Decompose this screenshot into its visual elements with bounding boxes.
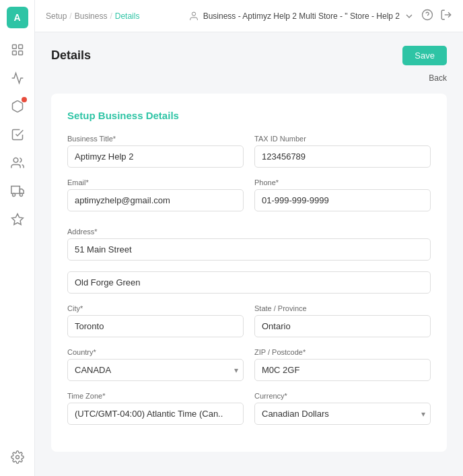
content-area: Details Save Back Setup Business Details… <box>35 32 463 476</box>
sidebar-bottom <box>5 445 30 469</box>
phone-group: Phone* <box>254 178 431 211</box>
sidebar-item-analytics[interactable] <box>5 66 30 90</box>
svg-point-7 <box>20 193 22 196</box>
app-logo[interactable]: A <box>7 7 28 28</box>
currency-label: Currency* <box>254 392 431 400</box>
address-line2-input[interactable] <box>67 271 431 294</box>
svg-rect-1 <box>18 45 22 49</box>
timezone-select-wrapper: (UTC/GMT-04:00) Atlantic Time (Can... (U… <box>67 403 244 425</box>
business-title-group: Business Title* <box>67 135 244 168</box>
page-header: Details Save <box>51 46 447 65</box>
tax-id-input[interactable] <box>254 145 431 168</box>
city-label: City* <box>67 304 244 312</box>
tax-id-group: TAX ID Number <box>254 135 431 168</box>
svg-point-6 <box>12 193 15 196</box>
help-icon[interactable] <box>421 9 433 23</box>
business-title-input[interactable] <box>67 145 244 168</box>
sidebar-item-settings[interactable] <box>5 445 30 469</box>
currency-select[interactable]: Canadian Dollars US Dollars Euro <box>254 403 431 425</box>
form-row-email-phone: Email* Phone* <box>67 178 431 211</box>
sidebar-item-apps[interactable] <box>5 207 30 232</box>
timezone-group: Time Zone* (UTC/GMT-04:00) Atlantic Time… <box>67 392 244 425</box>
phone-label: Phone* <box>254 178 431 186</box>
zip-input[interactable] <box>254 359 431 381</box>
business-title-label: Business Title* <box>67 135 244 143</box>
currency-group: Currency* Canadian Dollars US Dollars Eu… <box>254 392 431 425</box>
svg-point-4 <box>13 158 18 163</box>
svg-rect-3 <box>18 51 22 55</box>
form-row-title-tax: Business Title* TAX ID Number <box>67 135 431 168</box>
tax-id-label: TAX ID Number <box>254 135 431 143</box>
city-group: City* <box>67 304 244 337</box>
page-title: Details <box>51 48 91 63</box>
zip-label: ZIP / Postcode* <box>254 348 431 356</box>
form-section-title: Setup Business Details <box>67 110 431 121</box>
country-label: Country* <box>67 348 244 356</box>
svg-rect-0 <box>12 45 16 49</box>
currency-select-wrapper: Canadian Dollars US Dollars Euro ▾ <box>254 403 431 425</box>
form-section: Setup Business Details Business Title* T… <box>51 94 447 452</box>
breadcrumb-setup[interactable]: Setup <box>46 11 67 21</box>
products-badge <box>22 97 27 102</box>
store-selector-label: Business - Aptimyz Help 2 Multi Store - … <box>203 11 400 21</box>
svg-rect-2 <box>12 51 16 55</box>
breadcrumb-details: Details <box>115 11 140 21</box>
sidebar-item-products[interactable] <box>5 94 30 118</box>
timezone-select[interactable]: (UTC/GMT-04:00) Atlantic Time (Can... (U… <box>67 403 244 425</box>
svg-point-8 <box>15 456 19 459</box>
phone-input[interactable] <box>254 189 431 211</box>
svg-rect-5 <box>11 186 19 194</box>
email-group: Email* <box>67 178 244 211</box>
svg-point-10 <box>423 10 433 20</box>
back-link[interactable]: Back <box>51 73 447 83</box>
topbar-right: Business - Aptimyz Help 2 Multi Store - … <box>188 9 452 23</box>
address-line1-input[interactable] <box>67 238 431 261</box>
email-label: Email* <box>67 178 244 186</box>
form-row-address2 <box>67 271 431 294</box>
main-area: Setup / Business / Details Business - Ap… <box>35 0 463 476</box>
logout-icon[interactable] <box>440 9 452 23</box>
email-input[interactable] <box>67 189 244 211</box>
state-group: State / Province <box>254 304 431 337</box>
sidebar-item-orders[interactable] <box>5 123 30 147</box>
country-select-wrapper: CANADA United States United Kingdom ▾ <box>67 359 244 381</box>
breadcrumb-sep-2: / <box>110 11 112 21</box>
form-row-address1: Address* <box>67 228 431 261</box>
sidebar: A <box>0 0 35 476</box>
save-button[interactable]: Save <box>402 46 447 65</box>
sidebar-item-shipping[interactable] <box>5 179 30 203</box>
form-row-tz-currency: Time Zone* (UTC/GMT-04:00) Atlantic Time… <box>67 392 431 425</box>
store-selector[interactable]: Business - Aptimyz Help 2 Multi Store - … <box>188 11 415 22</box>
country-select[interactable]: CANADA United States United Kingdom <box>67 359 244 381</box>
address-label: Address* <box>67 228 431 236</box>
form-row-country-zip: Country* CANADA United States United Kin… <box>67 348 431 381</box>
breadcrumb: Setup / Business / Details <box>46 11 183 21</box>
city-input[interactable] <box>67 315 244 337</box>
state-label: State / Province <box>254 304 431 312</box>
breadcrumb-business[interactable]: Business <box>75 11 108 21</box>
country-group: Country* CANADA United States United Kin… <box>67 348 244 381</box>
address-line2-group <box>67 271 431 294</box>
sidebar-item-dashboard[interactable] <box>5 38 30 62</box>
svg-point-9 <box>192 12 195 15</box>
breadcrumb-sep-1: / <box>69 11 71 21</box>
form-row-city-state: City* State / Province <box>67 304 431 337</box>
timezone-label: Time Zone* <box>67 392 244 400</box>
topbar: Setup / Business / Details Business - Ap… <box>35 0 463 32</box>
sidebar-item-customers[interactable] <box>5 151 30 175</box>
state-input[interactable] <box>254 315 431 337</box>
address-group: Address* <box>67 228 431 261</box>
zip-group: ZIP / Postcode* <box>254 348 431 381</box>
spacer-1 <box>67 222 431 228</box>
